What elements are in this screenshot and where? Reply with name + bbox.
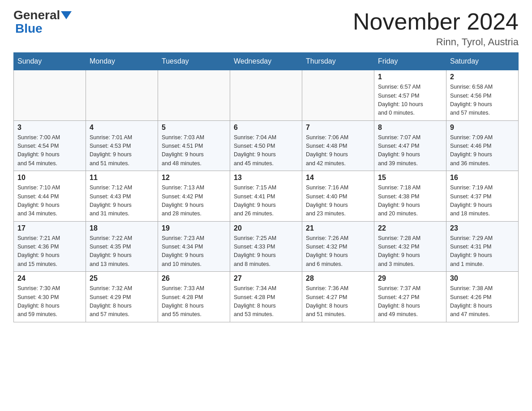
day-number: 16: [450, 174, 515, 182]
day-info: Sunrise: 6:58 AM Sunset: 4:56 PM Dayligh…: [450, 83, 515, 118]
day-number: 1: [378, 73, 442, 81]
day-number: 22: [378, 224, 442, 232]
day-info: Sunrise: 7:21 AM Sunset: 4:36 PM Dayligh…: [17, 234, 82, 269]
weekday-header-sunday: Sunday: [14, 53, 86, 70]
calendar-cell: 8Sunrise: 7:07 AM Sunset: 4:47 PM Daylig…: [374, 120, 446, 171]
calendar-cell: 4Sunrise: 7:01 AM Sunset: 4:53 PM Daylig…: [86, 120, 158, 171]
calendar-cell: 18Sunrise: 7:22 AM Sunset: 4:35 PM Dayli…: [86, 221, 158, 272]
day-number: 29: [378, 274, 442, 283]
calendar-cell: 10Sunrise: 7:10 AM Sunset: 4:44 PM Dayli…: [14, 171, 86, 222]
day-info: Sunrise: 7:29 AM Sunset: 4:31 PM Dayligh…: [450, 234, 515, 269]
calendar-cell: 2Sunrise: 6:58 AM Sunset: 4:56 PM Daylig…: [446, 70, 519, 121]
calendar-cell: 3Sunrise: 7:00 AM Sunset: 4:54 PM Daylig…: [14, 120, 86, 171]
weekday-header-wednesday: Wednesday: [230, 53, 302, 70]
calendar-cell: 24Sunrise: 7:30 AM Sunset: 4:30 PM Dayli…: [14, 272, 86, 322]
day-info: Sunrise: 7:23 AM Sunset: 4:34 PM Dayligh…: [162, 234, 226, 269]
logo: General Blue: [13, 9, 72, 36]
calendar-row: 17Sunrise: 7:21 AM Sunset: 4:36 PM Dayli…: [14, 221, 519, 272]
day-number: 5: [162, 124, 226, 132]
day-info: Sunrise: 6:57 AM Sunset: 4:57 PM Dayligh…: [378, 83, 442, 118]
calendar-cell: [86, 70, 158, 121]
calendar-cell: [302, 70, 374, 121]
day-number: 11: [90, 174, 154, 182]
calendar-cell: 28Sunrise: 7:36 AM Sunset: 4:27 PM Dayli…: [302, 272, 374, 322]
day-info: Sunrise: 7:13 AM Sunset: 4:42 PM Dayligh…: [162, 184, 226, 218]
day-info: Sunrise: 7:30 AM Sunset: 4:30 PM Dayligh…: [17, 284, 82, 319]
day-info: Sunrise: 7:22 AM Sunset: 4:35 PM Dayligh…: [90, 234, 154, 269]
day-info: Sunrise: 7:09 AM Sunset: 4:46 PM Dayligh…: [450, 133, 515, 168]
weekday-header-tuesday: Tuesday: [158, 53, 230, 70]
location: Rinn, Tyrol, Austria: [353, 36, 519, 48]
day-info: Sunrise: 7:25 AM Sunset: 4:33 PM Dayligh…: [234, 234, 298, 269]
calendar-cell: 7Sunrise: 7:06 AM Sunset: 4:48 PM Daylig…: [302, 120, 374, 171]
day-info: Sunrise: 7:34 AM Sunset: 4:28 PM Dayligh…: [234, 284, 298, 319]
day-number: 19: [162, 224, 226, 232]
calendar-cell: 11Sunrise: 7:12 AM Sunset: 4:43 PM Dayli…: [86, 171, 158, 222]
title-block: November 2024 Rinn, Tyrol, Austria: [353, 9, 519, 48]
day-info: Sunrise: 7:37 AM Sunset: 4:27 PM Dayligh…: [378, 284, 442, 319]
day-number: 21: [306, 224, 370, 232]
weekday-header-saturday: Saturday: [446, 53, 519, 70]
calendar-cell: 15Sunrise: 7:18 AM Sunset: 4:38 PM Dayli…: [374, 171, 446, 222]
day-info: Sunrise: 7:00 AM Sunset: 4:54 PM Dayligh…: [17, 133, 82, 168]
day-number: 20: [234, 224, 298, 232]
calendar-row: 1Sunrise: 6:57 AM Sunset: 4:57 PM Daylig…: [14, 70, 519, 121]
calendar-cell: 5Sunrise: 7:03 AM Sunset: 4:51 PM Daylig…: [158, 120, 230, 171]
day-number: 26: [162, 274, 226, 283]
calendar-header-row: SundayMondayTuesdayWednesdayThursdayFrid…: [14, 53, 519, 70]
day-info: Sunrise: 7:15 AM Sunset: 4:41 PM Dayligh…: [234, 184, 298, 218]
day-number: 23: [450, 224, 515, 232]
calendar-cell: 13Sunrise: 7:15 AM Sunset: 4:41 PM Dayli…: [230, 171, 302, 222]
calendar-cell: 17Sunrise: 7:21 AM Sunset: 4:36 PM Dayli…: [14, 221, 86, 272]
day-info: Sunrise: 7:26 AM Sunset: 4:32 PM Dayligh…: [306, 234, 370, 269]
day-info: Sunrise: 7:03 AM Sunset: 4:51 PM Dayligh…: [162, 133, 226, 168]
day-info: Sunrise: 7:38 AM Sunset: 4:26 PM Dayligh…: [450, 284, 515, 319]
day-number: 6: [234, 124, 298, 132]
day-number: 4: [90, 124, 154, 132]
day-number: 24: [17, 274, 82, 283]
calendar-cell: [158, 70, 230, 121]
calendar-cell: 14Sunrise: 7:16 AM Sunset: 4:40 PM Dayli…: [302, 171, 374, 222]
calendar-cell: 12Sunrise: 7:13 AM Sunset: 4:42 PM Dayli…: [158, 171, 230, 222]
day-info: Sunrise: 7:36 AM Sunset: 4:27 PM Dayligh…: [306, 284, 370, 319]
day-info: Sunrise: 7:18 AM Sunset: 4:38 PM Dayligh…: [378, 184, 442, 218]
day-number: 2: [450, 73, 515, 81]
calendar-cell: 16Sunrise: 7:19 AM Sunset: 4:37 PM Dayli…: [446, 171, 519, 222]
day-info: Sunrise: 7:32 AM Sunset: 4:29 PM Dayligh…: [90, 284, 154, 319]
day-number: 3: [17, 124, 82, 132]
weekday-header-friday: Friday: [374, 53, 446, 70]
weekday-header-monday: Monday: [86, 53, 158, 70]
day-number: 12: [162, 174, 226, 182]
day-number: 13: [234, 174, 298, 182]
day-info: Sunrise: 7:06 AM Sunset: 4:48 PM Dayligh…: [306, 133, 370, 168]
day-info: Sunrise: 7:12 AM Sunset: 4:43 PM Dayligh…: [90, 184, 154, 218]
calendar-cell: 30Sunrise: 7:38 AM Sunset: 4:26 PM Dayli…: [446, 272, 519, 322]
calendar-cell: 21Sunrise: 7:26 AM Sunset: 4:32 PM Dayli…: [302, 221, 374, 272]
day-info: Sunrise: 7:07 AM Sunset: 4:47 PM Dayligh…: [378, 133, 442, 168]
page-header: General Blue November 2024 Rinn, Tyrol, …: [13, 9, 519, 48]
calendar-row: 3Sunrise: 7:00 AM Sunset: 4:54 PM Daylig…: [14, 120, 519, 171]
day-number: 28: [306, 274, 370, 283]
weekday-header-thursday: Thursday: [302, 53, 374, 70]
day-number: 17: [17, 224, 82, 232]
calendar-cell: 27Sunrise: 7:34 AM Sunset: 4:28 PM Dayli…: [230, 272, 302, 322]
day-number: 25: [90, 274, 154, 283]
calendar-cell: 20Sunrise: 7:25 AM Sunset: 4:33 PM Dayli…: [230, 221, 302, 272]
day-info: Sunrise: 7:28 AM Sunset: 4:32 PM Dayligh…: [378, 234, 442, 269]
calendar-cell: 19Sunrise: 7:23 AM Sunset: 4:34 PM Dayli…: [158, 221, 230, 272]
logo-name-general: General: [13, 9, 60, 21]
calendar-cell: 9Sunrise: 7:09 AM Sunset: 4:46 PM Daylig…: [446, 120, 519, 171]
day-number: 15: [378, 174, 442, 182]
day-info: Sunrise: 7:04 AM Sunset: 4:50 PM Dayligh…: [234, 133, 298, 168]
day-number: 14: [306, 174, 370, 182]
day-number: 8: [378, 124, 442, 132]
day-info: Sunrise: 7:16 AM Sunset: 4:40 PM Dayligh…: [306, 184, 370, 218]
day-number: 27: [234, 274, 298, 283]
calendar-cell: 6Sunrise: 7:04 AM Sunset: 4:50 PM Daylig…: [230, 120, 302, 171]
day-info: Sunrise: 7:19 AM Sunset: 4:37 PM Dayligh…: [450, 184, 515, 218]
calendar-cell: 25Sunrise: 7:32 AM Sunset: 4:29 PM Dayli…: [86, 272, 158, 322]
month-title: November 2024: [353, 9, 519, 34]
day-info: Sunrise: 7:01 AM Sunset: 4:53 PM Dayligh…: [90, 133, 154, 168]
logo-name-blue: Blue: [15, 21, 43, 36]
calendar-cell: [14, 70, 86, 121]
